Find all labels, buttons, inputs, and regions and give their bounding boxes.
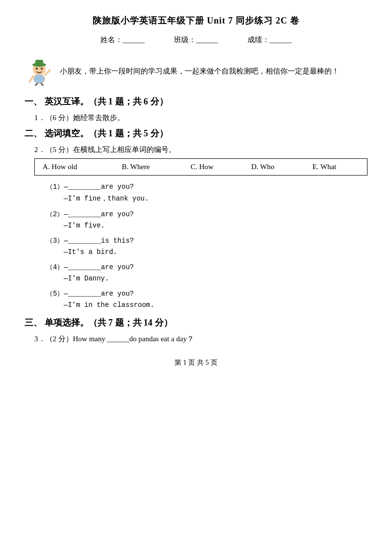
svg-point-5 [41, 68, 43, 70]
fill-blank-group: （1）—________are you? —I'm fine，thank you… [34, 182, 368, 309]
fill-answer-1: —I'm fine，thank you. [46, 194, 368, 203]
word-options-table: A. How old B. Where C. How D. Who E. Wha… [34, 158, 368, 176]
page-footer: 第 1 页 共 5 页 [24, 358, 368, 367]
mascot-text: 小朋友，带上你一段时间的学习成果，一起来做个自我检测吧，相信你一定是最棒的！ [60, 67, 339, 76]
fill-item-2: （2）—________are you? [46, 210, 368, 219]
fill-item-5: （5）—________are you? [46, 289, 368, 298]
section3-q3: 3．（2 分）How many ______do pandas eat a da… [24, 334, 368, 344]
section2-block: 2．（5 分）在横线上写上相应单词的编号。 A. How old B. Wher… [24, 145, 368, 309]
svg-point-4 [36, 68, 38, 70]
score-field: 成绩：______ [247, 35, 292, 45]
section1-q1: 1．（6 分）她经常去散步。 [34, 113, 368, 123]
fill-answer-4: —I'm Danny. [46, 275, 368, 282]
word-option-d: D. Who [244, 159, 305, 176]
fill-answer-2: —I'm five. [46, 222, 368, 229]
section3-header: 三、 单项选择。（共 7 题；共 14 分） [24, 317, 368, 328]
svg-line-9 [41, 83, 43, 86]
word-options-row: A. How old B. Where C. How D. Who E. Wha… [35, 159, 368, 176]
mascot-icon [24, 56, 54, 86]
word-option-a: A. How old [35, 159, 114, 176]
section1-header: 一、 英汉互译。（共 1 题；共 6 分） [24, 96, 368, 107]
fill-item-3: （3）—________is this? [46, 236, 368, 245]
svg-line-8 [35, 83, 37, 86]
page-title: 陕旅版小学英语五年级下册 Unit 7 同步练习 2C 卷 [24, 15, 368, 26]
section2-label: 2．（5 分）在横线上写上相应单词的编号。 [34, 145, 368, 154]
svg-point-10 [34, 75, 45, 83]
section1-question: 1．（6 分）她经常去散步。 [24, 113, 368, 123]
svg-line-7 [45, 70, 50, 75]
mascot-section: 小朋友，带上你一段时间的学习成果，一起来做个自我检测吧，相信你一定是最棒的！ [24, 56, 368, 86]
fill-answer-5: —I'm in the classroom. [46, 301, 368, 309]
word-option-e: E. What [304, 159, 367, 176]
name-field: 姓名：______ [100, 35, 145, 45]
fill-item-1: （1）—________are you? [46, 182, 368, 191]
section2-header: 二、 选词填空。（共 1 题；共 5 分） [24, 127, 368, 139]
class-field: 班级：______ [174, 35, 218, 45]
student-info: 姓名：______ 班级：______ 成绩：______ [24, 35, 368, 45]
word-option-c: C. How [183, 159, 244, 176]
fill-answer-3: —It's a bird. [46, 248, 368, 256]
svg-line-6 [29, 76, 33, 82]
fill-item-4: （4）—________are you? [46, 263, 368, 272]
word-option-b: B. Where [114, 159, 182, 176]
svg-rect-3 [35, 60, 43, 65]
